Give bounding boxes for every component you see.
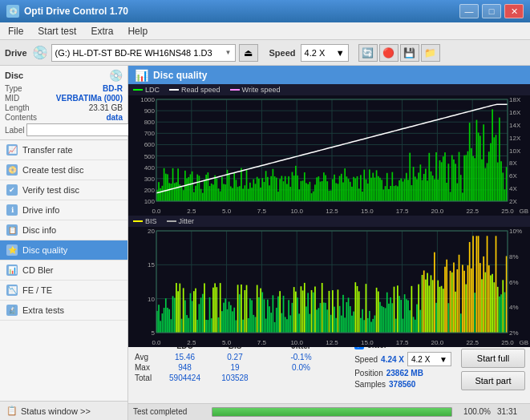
speed-info-value: 4.24 X (381, 355, 404, 364)
refresh-button[interactable]: 🔄 (358, 44, 378, 62)
ldc-legend-label: LDC (145, 86, 160, 94)
stats-avg-label: Avg (135, 353, 159, 361)
sidebar-item-disc-quality[interactable]: ⭐ Disc quality (0, 240, 127, 260)
sidebar-item-verify-test-disc[interactable]: ✔ Verify test disc (0, 180, 127, 200)
ldc-legend-color (133, 89, 143, 91)
speed-combo-bottom[interactable]: 4.2 X ▼ (407, 352, 451, 366)
menu-help[interactable]: Help (124, 25, 151, 38)
main-area: Disc 💿 Type BD-R MID VERBATIMa (000) Len… (0, 66, 530, 420)
verify-test-disc-label: Verify test disc (22, 185, 79, 195)
speed-info-label: Speed (354, 355, 378, 364)
chart-area: 📊 Disc quality LDC Read speed Write spee… (128, 66, 530, 420)
menu-extra[interactable]: Extra (87, 25, 116, 38)
disc-panel: Disc 💿 Type BD-R MID VERBATIMa (000) Len… (0, 66, 127, 140)
disc-mid-label: MID (5, 94, 19, 103)
create-test-disc-icon: 📀 (6, 164, 18, 176)
create-test-disc-label: Create test disc (22, 165, 83, 175)
disc-quality-icon: ⭐ (6, 244, 18, 256)
status-window-icon: 📋 (6, 406, 18, 416)
speed-combo-value: 4.2 X (411, 355, 430, 364)
titlebar-left: 💿 Opti Drive Control 1.70 (6, 5, 128, 18)
disc-length-row: Length 23.31 GB (5, 103, 123, 112)
sidebar-item-transfer-rate[interactable]: 📈 Transfer rate (0, 140, 127, 160)
stats-avg-row: Avg 15.46 0.27 -0.1% (135, 352, 343, 362)
disc-quality-label: Disc quality (22, 245, 67, 255)
samples-row: Samples 378560 (354, 380, 451, 389)
disc-info-icon: 📋 (6, 224, 18, 236)
stats-avg-bis: 0.27 (211, 353, 259, 361)
read-speed-legend-color (169, 89, 179, 91)
drive-info-icon: ℹ (6, 204, 18, 216)
disc-mid-row: MID VERBATIMa (000) (5, 94, 123, 103)
minimize-button[interactable]: — (459, 4, 479, 18)
start-part-button[interactable]: Start part (461, 371, 525, 390)
menu-start-test[interactable]: Start test (34, 25, 79, 38)
jitter-legend-color (167, 220, 176, 222)
drive-combo[interactable]: (G:) HL-DT-ST BD-RE WH16NS48 1.D3 ▼ (51, 44, 236, 62)
titlebar: 💿 Opti Drive Control 1.70 — □ ✕ (0, 0, 530, 22)
jitter-legend-label: Jitter (179, 217, 195, 225)
drive-info-label: Drive info (22, 205, 59, 215)
chart-header: 📊 Disc quality (128, 66, 530, 84)
progress-bar-container: Test completed 100.0% 31:31 (128, 403, 530, 420)
bis-legend-label: BIS (145, 217, 157, 225)
stats-max-ldc: 948 (159, 363, 211, 372)
legend-jitter: Jitter (167, 217, 195, 225)
disc-erase-button[interactable]: 🔴 (379, 44, 399, 62)
bottom-chart-canvas (128, 227, 530, 347)
sidebar-item-cd-bler[interactable]: 📊 CD Bler (0, 260, 127, 281)
disc-panel-header: Disc 💿 (5, 69, 123, 82)
disc-length-value: 23.31 GB (89, 103, 123, 112)
toolbar-icons: 🔄 🔴 💾 📁 (358, 44, 440, 62)
samples-value: 378560 (389, 380, 415, 389)
disc-write-button[interactable]: 💾 (400, 44, 419, 62)
bottom-chart-container: BIS Jitter (128, 216, 530, 336)
speed-label: Speed (269, 48, 296, 58)
app-icon: 💿 (6, 5, 19, 18)
menu-file[interactable]: File (5, 25, 26, 38)
stats-max-bis: 19 (211, 363, 259, 372)
extra-tests-icon: 🔬 (6, 305, 18, 316)
sidebar-item-fe-te[interactable]: 📉 FE / TE (0, 281, 127, 301)
disc-label-row: Label 🔍 (5, 123, 123, 136)
disc-type-value: BD-R (103, 84, 123, 93)
sidebar-item-extra-tests[interactable]: 🔬 Extra tests (0, 301, 127, 321)
status-text: Test completed (133, 407, 205, 416)
maximize-button[interactable]: □ (482, 4, 501, 18)
write-speed-legend-color (230, 89, 240, 91)
transfer-rate-label: Transfer rate (22, 145, 73, 155)
chart-header-icon: 📊 (135, 69, 148, 82)
disc-label-input[interactable] (26, 123, 133, 136)
fe-te-label: FE / TE (22, 285, 52, 295)
drive-value: (G:) HL-DT-ST BD-RE WH16NS48 1.D3 (55, 48, 212, 58)
stats-total-bis: 103528 (211, 374, 259, 382)
speed-value: 4.2 X (305, 48, 326, 58)
status-window-button[interactable]: 📋 Status window >> (0, 401, 127, 420)
stats-avg-jitter: -0.1% (275, 353, 327, 361)
speed-combo-arrow: ▼ (336, 48, 345, 58)
window-controls: — □ ✕ (459, 4, 524, 18)
bottom-chart (128, 227, 530, 347)
start-full-button[interactable]: Start full (461, 349, 525, 368)
samples-label: Samples (354, 380, 386, 389)
eject-button[interactable]: ⏏ (239, 44, 258, 62)
chart-header-title: Disc quality (153, 70, 207, 81)
bottom-chart-legend: BIS Jitter (128, 216, 530, 227)
read-speed-legend-label: Read speed (181, 86, 220, 94)
stats-total-row: Total 5904424 103528 (135, 373, 343, 383)
legend-read-speed: Read speed (169, 86, 220, 94)
sidebar-item-drive-info[interactable]: ℹ Drive info (0, 200, 127, 220)
cd-bler-icon: 📊 (6, 265, 18, 276)
sidebar: Disc 💿 Type BD-R MID VERBATIMa (000) Len… (0, 66, 128, 420)
write-speed-legend-label: Write speed (242, 86, 281, 94)
save-button[interactable]: 📁 (421, 44, 440, 62)
stats-max-label: Max (135, 363, 159, 372)
speed-combo[interactable]: 4.2 X ▼ (301, 44, 349, 62)
drive-label: Drive (5, 48, 27, 58)
stats-avg-ldc: 15.46 (159, 353, 211, 361)
status-window-label: Status window >> (21, 406, 91, 416)
sidebar-item-create-test-disc[interactable]: 📀 Create test disc (0, 160, 127, 180)
drive-combo-arrow: ▼ (225, 49, 232, 56)
sidebar-item-disc-info[interactable]: 📋 Disc info (0, 220, 127, 240)
close-button[interactable]: ✕ (504, 4, 524, 18)
